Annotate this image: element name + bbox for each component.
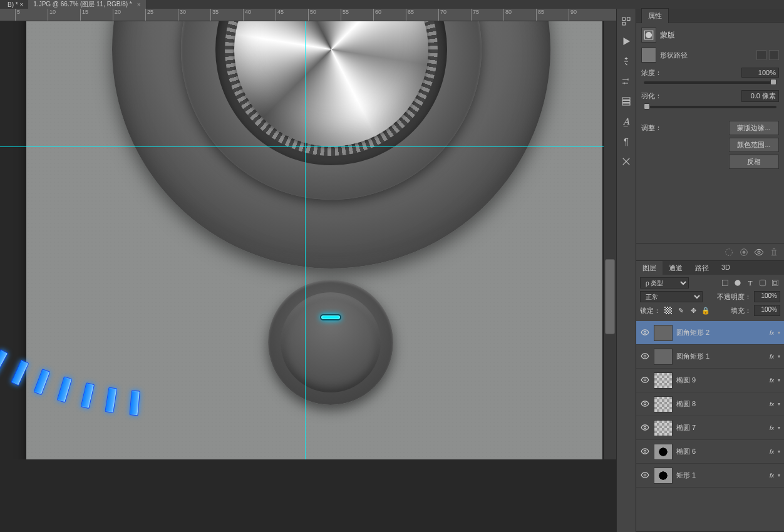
filter-adjust-icon[interactable]: [733, 278, 743, 288]
fx-badge[interactable]: fx: [770, 401, 774, 407]
toggle-mask-icon[interactable]: [754, 247, 764, 257]
properties-panel: 属性 蒙版 形状路径: [636, 9, 784, 261]
blend-mode-select[interactable]: 正常: [640, 291, 703, 302]
brush-icon[interactable]: [620, 55, 632, 68]
lock-paint-icon[interactable]: ✎: [676, 305, 686, 315]
visibility-icon[interactable]: [640, 423, 650, 433]
visibility-icon[interactable]: [640, 447, 650, 457]
visibility-icon[interactable]: [640, 328, 650, 338]
feather-value[interactable]: 0.0 像素: [741, 90, 779, 102]
layer-thumbnail[interactable]: [654, 325, 673, 341]
chevron-down-icon[interactable]: ▾: [778, 425, 780, 431]
chevron-down-icon[interactable]: ▾: [778, 354, 780, 359]
ruler-tick: 55: [341, 9, 349, 21]
visibility-icon[interactable]: [640, 376, 650, 386]
filter-shape-icon[interactable]: [758, 278, 768, 288]
filter-smart-icon[interactable]: [770, 278, 780, 288]
fx-badge[interactable]: fx: [770, 330, 774, 336]
character-icon[interactable]: A̲: [620, 115, 632, 128]
chevron-down-icon[interactable]: ▾: [778, 449, 780, 454]
svg-point-27: [644, 474, 646, 476]
history-icon[interactable]: [620, 15, 632, 28]
play-icon[interactable]: [620, 35, 632, 48]
fx-badge[interactable]: fx: [770, 377, 774, 384]
lock-position-icon[interactable]: ✥: [688, 305, 698, 315]
filter-pixel-icon[interactable]: [720, 278, 730, 288]
svg-rect-6: [622, 103, 630, 105]
chevron-down-icon[interactable]: ▾: [778, 330, 780, 335]
svg-rect-4: [622, 98, 630, 100]
fill-value[interactable]: 100%: [754, 305, 780, 316]
canvas-viewport[interactable]: [0, 21, 604, 459]
delete-mask-icon[interactable]: [769, 247, 779, 257]
apply-mask-icon[interactable]: [739, 247, 749, 257]
dial-background: [112, 21, 550, 269]
visibility-icon[interactable]: [640, 352, 650, 362]
paths-tab[interactable]: 路径: [689, 261, 715, 275]
vector-mask-icon[interactable]: [769, 50, 779, 60]
visibility-icon[interactable]: [640, 399, 650, 409]
feather-slider[interactable]: [644, 106, 776, 108]
layer-item[interactable]: 圆角矩形 2 fx▾: [636, 321, 784, 345]
lock-transparency-icon[interactable]: [663, 305, 673, 315]
svg-rect-15: [760, 280, 765, 285]
3d-tab[interactable]: 3D: [715, 261, 736, 275]
fx-badge[interactable]: fx: [770, 354, 774, 360]
layers-tab-bar: 图层 通道 路径 3D: [636, 261, 784, 275]
document-tab[interactable]: B) * ×: [3, 0, 28, 9]
layer-thumbnail[interactable]: [654, 420, 673, 436]
guide-vertical[interactable]: [305, 21, 306, 459]
layer-thumbnail[interactable]: [654, 372, 673, 389]
chevron-down-icon[interactable]: ▾: [778, 401, 780, 407]
pixel-mask-icon[interactable]: [756, 50, 766, 60]
color-range-button[interactable]: 颜色范围...: [729, 138, 779, 152]
layer-item[interactable]: 椭圆 8 fx▾: [636, 392, 784, 416]
ruler-tick: 5: [15, 9, 20, 21]
slider-handle[interactable]: [770, 79, 776, 85]
layer-thumbnail[interactable]: [654, 468, 673, 484]
lock-all-icon[interactable]: 🔒: [701, 305, 711, 315]
filter-type-icon[interactable]: T: [745, 278, 755, 288]
guide-horizontal[interactable]: [0, 146, 604, 147]
chevron-down-icon[interactable]: ▾: [778, 473, 780, 478]
close-icon[interactable]: ×: [137, 1, 141, 8]
tools-icon[interactable]: [620, 155, 632, 168]
fx-badge[interactable]: fx: [770, 449, 774, 455]
layer-item[interactable]: 圆角矩形 1 fx▾: [636, 345, 784, 369]
opacity-value[interactable]: 100%: [754, 291, 780, 302]
fx-badge[interactable]: fx: [770, 425, 774, 431]
density-value[interactable]: 100%: [741, 68, 779, 78]
layer-thumbnail[interactable]: [654, 396, 673, 412]
load-selection-icon[interactable]: [724, 247, 734, 257]
ruler-tick: 10: [48, 9, 56, 21]
layers-tab[interactable]: 图层: [636, 261, 663, 275]
layer-item[interactable]: 椭圆 7 fx▾: [636, 416, 784, 440]
small-knob-face: [281, 292, 381, 392]
layer-thumbnail[interactable]: [654, 349, 673, 365]
paragraph-icon[interactable]: [620, 95, 632, 108]
scrollbar-thumb[interactable]: [605, 259, 615, 334]
visibility-icon[interactable]: [640, 471, 650, 481]
chevron-down-icon[interactable]: ▾: [778, 377, 780, 383]
layer-item[interactable]: 矩形 1 fx▾: [636, 464, 784, 488]
shape-path-thumb[interactable]: [641, 48, 656, 63]
ruler-horizontal[interactable]: 51015202530354045505560657075808590: [0, 9, 616, 21]
channels-tab[interactable]: 通道: [663, 261, 689, 275]
panel-tab-properties[interactable]: 属性: [641, 8, 669, 23]
adjustment-icon[interactable]: [620, 75, 632, 88]
invert-button[interactable]: 反相: [729, 155, 779, 169]
density-slider[interactable]: [644, 81, 776, 84]
scrollbar-vertical[interactable]: [604, 21, 616, 459]
fx-badge[interactable]: fx: [770, 473, 774, 479]
mask-edge-button[interactable]: 蒙版边缘...: [729, 121, 779, 135]
layer-item[interactable]: 椭圆 9 fx▾: [636, 369, 784, 392]
ruler-tick: 40: [243, 9, 251, 21]
pilcrow-icon[interactable]: ¶: [620, 135, 632, 148]
layer-list[interactable]: 圆角矩形 2 fx▾ 圆角矩形 1 fx▾ 椭圆 9 fx▾ 椭圆 8 fx▾ …: [636, 321, 784, 531]
filter-kind-select[interactable]: ρ 类型: [640, 277, 689, 289]
document-tab-active[interactable]: 1.JPG @ 66.7% (图层 11, RGB/8) * ×: [28, 0, 145, 9]
ruler-tick: 25: [145, 9, 153, 21]
layer-item[interactable]: 椭圆 6 fx▾: [636, 440, 784, 464]
slider-handle[interactable]: [644, 103, 650, 110]
layer-thumbnail[interactable]: [654, 444, 673, 460]
